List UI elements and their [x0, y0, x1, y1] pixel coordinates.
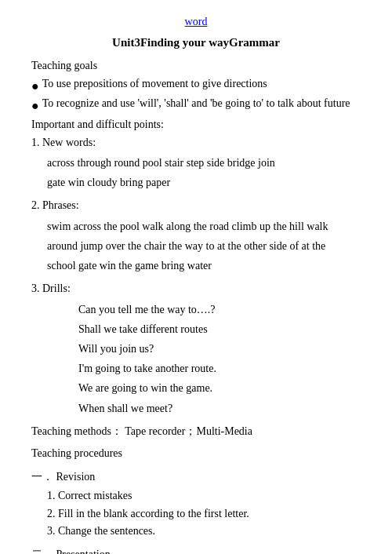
drill-line-4: We are going to win the game.	[78, 378, 361, 398]
new-words-line2: gate win cloudy bring paper	[31, 173, 361, 192]
revision-section: 一． Revision 1. Correct mistakes 2. Fill …	[31, 470, 361, 540]
revision-symbol: 一．	[31, 471, 53, 483]
top-link-container: word	[31, 16, 361, 28]
important-label: Important and difficult points:	[31, 116, 361, 133]
phrases-title: 2. Phrases:	[31, 197, 361, 214]
bullet-item-2: ● To recognize and use 'will', 'shall' a…	[31, 97, 361, 115]
drill-line-2: Will you join us?	[78, 339, 361, 359]
presentation-title-row: 二． Presentation	[31, 548, 361, 554]
drill-line-3: I'm going to take another route.	[78, 359, 361, 378]
phrases-line3: school gate win the game bring water	[47, 260, 212, 272]
word-link[interactable]: word	[185, 16, 208, 27]
new-words-section: 1. New words: across through round pool …	[31, 134, 361, 193]
teaching-procedures-header: Teaching procedures	[31, 445, 361, 462]
bullet-text-2: To recognize and use 'will', 'shall' and…	[42, 97, 350, 110]
revision-items: 1. Correct mistakes 2. Fill in the blank…	[31, 487, 361, 540]
phrases-section: 2. Phrases: swim across the pool walk al…	[31, 197, 361, 275]
bullet-icon-2: ●	[31, 97, 39, 115]
revision-item-1: 2. Fill in the blank according to the fi…	[47, 505, 361, 523]
teaching-methods-label: Teaching methods：	[31, 425, 122, 437]
presentation-section: 二． Presentation 1. Prepositions of movem…	[31, 548, 361, 554]
new-words-line1: across through round pool stair step sid…	[31, 153, 361, 173]
presentation-symbol: 二．	[31, 549, 53, 554]
drill-line-1: Shall we take different routes	[78, 319, 361, 339]
phrases-block: swim across the pool walk along the road…	[31, 217, 361, 276]
teaching-methods-value: Tape recorder；Multi-Media	[125, 425, 252, 437]
revision-item-2: 3. Change the sentences.	[47, 523, 361, 540]
new-words-title: 1. New words:	[31, 134, 361, 151]
drills-title: 3. Drills:	[31, 280, 361, 297]
phrases-line2: around jump over the chair the way to at…	[47, 240, 325, 252]
new-words-text1: across through round pool stair step sid…	[47, 157, 275, 169]
teaching-goals-label: Teaching goals	[31, 57, 361, 75]
teaching-procedures-label: Teaching procedures	[31, 445, 361, 462]
bullet-icon-1: ●	[31, 78, 39, 95]
drills-section: 3. Drills: Can you tell me the way to….?…	[31, 280, 361, 418]
presentation-title: Presentation	[56, 549, 111, 554]
teaching-methods-row: Teaching methods： Tape recorder；Multi-Me…	[31, 425, 361, 439]
revision-title-row: 一． Revision	[31, 470, 361, 484]
new-words-text2: gate win cloudy bring paper	[47, 177, 170, 188]
revision-item-0: 1. Correct mistakes	[47, 487, 361, 505]
bullet-item-1: ● To use prepositions of movement to giv…	[31, 78, 361, 95]
bullet-text-1: To use prepositions of movement to give …	[42, 78, 267, 90]
drills-block: Can you tell me the way to….? Shall we t…	[31, 300, 361, 418]
page-title: Unit3Finding your wayGrammar	[31, 36, 361, 49]
drill-line-0: Can you tell me the way to….?	[78, 300, 361, 319]
revision-title: Revision	[56, 471, 96, 483]
phrases-line1: swim across the pool walk along the road…	[47, 221, 328, 232]
drill-line-5: When shall we meet?	[78, 399, 361, 418]
